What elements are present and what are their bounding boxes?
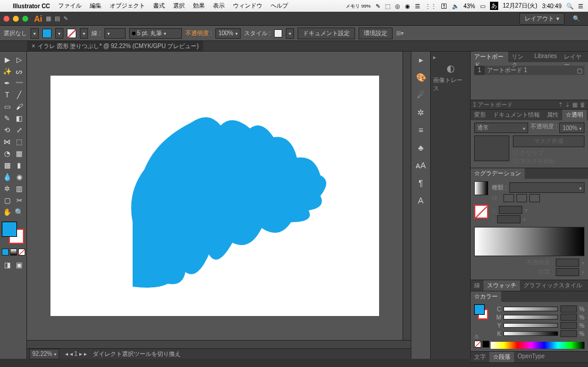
artwork-shape[interactable] (115, 105, 338, 298)
hand-tool[interactable]: ✋ (1, 206, 13, 218)
color-mode-none[interactable] (18, 249, 25, 256)
zoom-tool[interactable]: 🔍 (13, 206, 26, 218)
color-mode-gradient[interactable] (10, 249, 17, 256)
menu-extra-icon[interactable]: ☰ (415, 3, 420, 9)
image-trace-icon[interactable]: ◐ (447, 63, 455, 74)
curvature-tool[interactable]: 〰 (13, 77, 26, 89)
reorder-up-icon[interactable]: ⇡ (558, 101, 563, 108)
menu-type[interactable]: 書式 (153, 2, 165, 10)
blend-tool[interactable]: ◉ (13, 171, 26, 183)
tab-transform[interactable]: 変形 (471, 110, 489, 120)
tab-artboards[interactable]: アートボード (471, 52, 508, 62)
zoom-field[interactable]: 92.22% (29, 349, 59, 359)
grad-pos-field[interactable] (556, 268, 579, 276)
dock-para-icon[interactable]: ¶ (415, 178, 427, 190)
artboard[interactable] (50, 76, 379, 316)
dock-color-icon[interactable]: 🎨 (415, 73, 427, 84)
scale-tool[interactable]: ⤢ (13, 124, 26, 136)
tab-attributes[interactable]: 属性 (543, 110, 562, 120)
selection-dropdown[interactable] (31, 28, 39, 39)
k-slider[interactable] (503, 331, 558, 336)
brush-dropdown[interactable]: 5 pt. 丸筆 (129, 28, 182, 39)
color-spectrum[interactable] (491, 342, 584, 349)
pen-tool[interactable]: ✒ (1, 77, 13, 89)
rotate-tool[interactable]: ⟲ (1, 124, 13, 136)
search-button[interactable]: 🔍 (573, 15, 580, 22)
menu-window[interactable]: ウィンドウ (233, 2, 262, 10)
tab-docinfo[interactable]: ドキュメント情報 (489, 110, 543, 120)
m-value[interactable] (560, 314, 577, 321)
menu-object[interactable]: オブジェクト (110, 2, 145, 10)
tab-paragraph[interactable]: ☆段落 (489, 352, 514, 362)
tab-close-icon[interactable]: × (32, 43, 35, 49)
screen-mode-icon[interactable]: ▣ (13, 259, 26, 271)
grad-opacity-field[interactable] (556, 259, 579, 267)
fill-swatch[interactable] (42, 29, 52, 38)
gradient-tool[interactable]: ▮ (13, 159, 26, 171)
artboard-options-icon[interactable]: ▢ (577, 67, 582, 74)
magic-wand-tool[interactable]: ✨ (1, 66, 13, 77)
blend-mode-dropdown[interactable]: 通常 (474, 123, 528, 133)
k-value[interactable] (560, 330, 577, 337)
dock-icon-1[interactable]: ▸ (415, 55, 427, 67)
trans-opacity-field[interactable]: 100% (559, 123, 584, 133)
width-tool[interactable]: ⋈ (1, 136, 13, 148)
minimize-window-button[interactable] (13, 16, 19, 22)
notification-icon[interactable]: ☰ (578, 3, 583, 9)
ime-icon[interactable]: あ (490, 2, 498, 10)
color-picker[interactable] (2, 222, 25, 245)
mesh-tool[interactable]: ▩ (1, 159, 13, 171)
menu-edit[interactable]: 編集 (90, 2, 102, 10)
type-tool[interactable]: T (1, 89, 13, 101)
rectangle-tool[interactable]: ▭ (1, 101, 13, 113)
tab-character[interactable]: 文字 (471, 352, 489, 362)
make-mask-button[interactable]: マスク作成 (513, 135, 584, 147)
grad-angle-field[interactable] (499, 206, 522, 214)
shape-builder-tool[interactable]: ◔ (1, 148, 13, 159)
perspective-tool[interactable]: ▦ (13, 148, 26, 159)
tab-opentype[interactable]: OpenType (514, 352, 548, 362)
fill-dropdown[interactable] (55, 28, 63, 39)
opacity-label[interactable]: 不透明度 : (185, 29, 212, 38)
stroke-dropdown[interactable] (80, 28, 88, 39)
stroke-swatch[interactable] (67, 29, 76, 38)
menu-effect[interactable]: 効果 (193, 2, 205, 10)
clip-checkbox[interactable]: ☐ クリップ (513, 149, 584, 157)
workspace-switcher[interactable]: レイアウト▾ (519, 13, 565, 25)
menu-file[interactable]: ファイル (58, 2, 82, 10)
dock-symbols-icon[interactable]: ✲ (415, 108, 427, 120)
c-value[interactable] (560, 305, 577, 312)
wifi-icon[interactable]: ⋮⋮ (425, 3, 437, 9)
search-icon[interactable]: 🔍 (566, 3, 573, 9)
tab-stroke[interactable]: 線 (471, 280, 484, 291)
app-name-menu[interactable]: Illustrator CC (13, 3, 50, 9)
gradient-thumbnail[interactable] (474, 181, 488, 195)
zoom-window-button[interactable] (22, 16, 28, 22)
close-window-button[interactable] (4, 16, 9, 22)
tab-gradient[interactable]: ☆グラデーション (471, 168, 525, 179)
preferences-button[interactable]: 環境設定 (359, 28, 393, 39)
dock-brush-icon[interactable]: ☄ (415, 90, 427, 102)
eraser-tool[interactable]: ◧ (13, 113, 26, 124)
paintbrush-tool[interactable]: 🖌 (13, 101, 26, 113)
menu-help[interactable]: ヘルプ (271, 2, 288, 10)
invert-mask-checkbox[interactable]: ☐ マスクを反転 (513, 157, 584, 165)
color-fill-sw[interactable] (474, 304, 485, 315)
artboard-tool[interactable]: ▢ (1, 195, 13, 206)
opacity-field[interactable]: 100% (215, 28, 241, 39)
dropbox-icon[interactable]: ⬚ (385, 3, 390, 9)
tab-links[interactable]: リンク (508, 52, 530, 62)
stock-icon[interactable]: ▤ (55, 15, 60, 22)
shaper-tool[interactable]: ✎ (1, 113, 13, 124)
grad-stroke-opt3[interactable] (529, 194, 540, 202)
document-tab[interactable]: × イラレ 図形 塗りつぶし* @ 92.22% (CMYK/GPU プレビュー… (27, 41, 203, 51)
canvas-viewport[interactable] (27, 52, 403, 340)
grad-stroke-opt2[interactable] (516, 194, 527, 202)
vertical-scrollbar[interactable] (403, 52, 411, 340)
evernote-icon[interactable]: ✎ (376, 3, 380, 9)
tab-color[interactable]: ☆カラー (471, 291, 501, 302)
bridge-icon[interactable]: ▦ (46, 15, 51, 22)
style-dropdown[interactable] (286, 28, 294, 39)
color-mode-solid[interactable] (2, 249, 9, 256)
cc-icon[interactable]: ◎ (395, 3, 400, 9)
